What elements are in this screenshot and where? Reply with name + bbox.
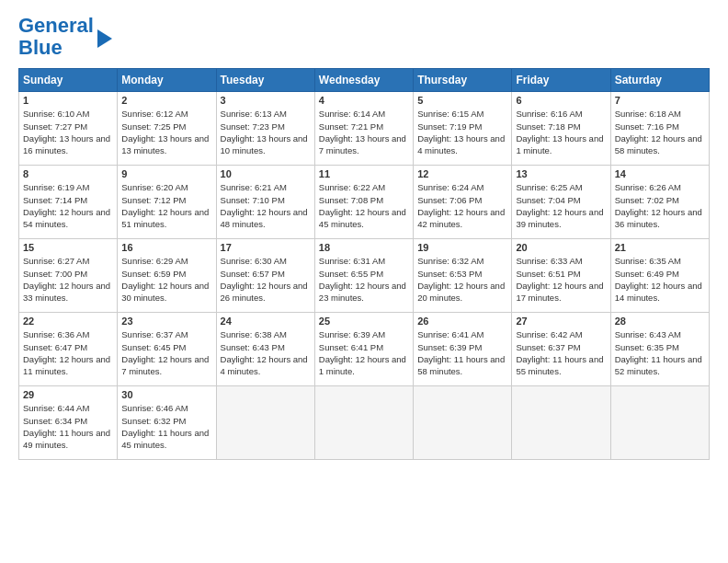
day-info: Sunrise: 6:25 AM Sunset: 7:04 PM Dayligh… [516,181,606,230]
sunrise-label: Sunrise: 6:30 AM [221,256,287,266]
calendar-cell: 4 Sunrise: 6:14 AM Sunset: 7:21 PM Dayli… [314,92,413,166]
calendar-cell: 15 Sunrise: 6:27 AM Sunset: 7:00 PM Dayl… [19,239,118,313]
daylight-label: Daylight: 12 hours and 36 minutes. [615,207,702,229]
day-info: Sunrise: 6:14 AM Sunset: 7:21 PM Dayligh… [319,108,409,156]
daylight-label: Daylight: 11 hours and 52 minutes. [615,354,702,376]
sunset-label: Sunset: 7:10 PM [221,195,285,205]
daylight-label: Daylight: 13 hours and 7 minutes. [319,133,406,155]
calendar-cell: 7 Sunrise: 6:18 AM Sunset: 7:16 PM Dayli… [610,92,709,166]
daylight-label: Daylight: 13 hours and 4 minutes. [417,133,505,155]
day-info: Sunrise: 6:43 AM Sunset: 6:35 PM Dayligh… [615,328,705,377]
daylight-label: Daylight: 12 hours and 51 minutes. [121,207,209,229]
sunrise-label: Sunrise: 6:10 AM [23,109,89,119]
sunrise-label: Sunrise: 6:20 AM [121,182,188,192]
sunrise-label: Sunrise: 6:38 AM [221,329,287,339]
day-info: Sunrise: 6:33 AM Sunset: 6:51 PM Dayligh… [516,255,606,304]
day-info: Sunrise: 6:32 AM Sunset: 6:53 PM Dayligh… [417,255,507,304]
sunset-label: Sunset: 7:02 PM [615,195,679,205]
day-number: 1 [23,95,113,106]
day-info: Sunrise: 6:19 AM Sunset: 7:14 PM Dayligh… [23,181,113,230]
sunset-label: Sunset: 7:25 PM [121,121,186,132]
calendar-cell: 20 Sunrise: 6:33 AM Sunset: 6:51 PM Dayl… [512,239,610,313]
calendar-cell: 19 Sunrise: 6:32 AM Sunset: 6:53 PM Dayl… [414,239,512,313]
calendar-cell [610,386,709,460]
calendar-table: SundayMondayTuesdayWednesdayThursdayFrid… [18,68,710,460]
calendar-cell: 28 Sunrise: 6:43 AM Sunset: 6:35 PM Dayl… [610,313,709,386]
day-info: Sunrise: 6:22 AM Sunset: 7:08 PM Dayligh… [319,181,409,230]
calendar-header-sunday: Sunday [19,69,118,92]
daylight-label: Daylight: 12 hours and 7 minutes. [121,354,209,376]
day-info: Sunrise: 6:44 AM Sunset: 6:34 PM Dayligh… [23,402,113,451]
day-number: 16 [121,242,211,253]
sunrise-label: Sunrise: 6:25 AM [516,182,582,192]
daylight-label: Daylight: 11 hours and 45 minutes. [121,428,209,450]
daylight-label: Daylight: 12 hours and 48 minutes. [221,207,308,229]
day-number: 2 [121,95,211,106]
sunset-label: Sunset: 6:47 PM [23,342,87,352]
daylight-label: Daylight: 13 hours and 10 minutes. [221,133,308,155]
day-number: 24 [221,316,311,327]
day-number: 17 [221,242,311,253]
sunrise-label: Sunrise: 6:29 AM [121,256,188,266]
logo-arrow-icon [97,29,112,48]
calendar-cell: 13 Sunrise: 6:25 AM Sunset: 7:04 PM Dayl… [512,166,610,239]
sunset-label: Sunset: 6:34 PM [23,416,87,426]
sunset-label: Sunset: 7:18 PM [516,121,580,132]
day-number: 13 [516,168,606,179]
day-number: 30 [121,389,211,400]
sunrise-label: Sunrise: 6:13 AM [221,109,287,119]
calendar-cell: 2 Sunrise: 6:12 AM Sunset: 7:25 PM Dayli… [118,92,216,166]
sunrise-label: Sunrise: 6:32 AM [417,256,483,266]
calendar-header-monday: Monday [118,69,216,92]
calendar-cell [512,386,610,460]
sunset-label: Sunset: 6:45 PM [121,342,186,352]
sunset-label: Sunset: 7:16 PM [615,121,679,132]
daylight-label: Daylight: 12 hours and 20 minutes. [417,281,505,303]
day-number: 5 [417,95,507,106]
calendar-week-row: 8 Sunrise: 6:19 AM Sunset: 7:14 PM Dayli… [19,166,710,239]
day-number: 27 [516,316,606,327]
calendar-header-thursday: Thursday [414,69,512,92]
sunrise-label: Sunrise: 6:14 AM [319,109,385,119]
day-info: Sunrise: 6:26 AM Sunset: 7:02 PM Dayligh… [615,181,705,230]
sunset-label: Sunset: 6:55 PM [319,269,383,279]
calendar-cell: 21 Sunrise: 6:35 AM Sunset: 6:49 PM Dayl… [610,239,709,313]
day-info: Sunrise: 6:16 AM Sunset: 7:18 PM Dayligh… [516,108,606,156]
daylight-label: Daylight: 12 hours and 33 minutes. [23,281,110,303]
day-number: 23 [121,316,211,327]
day-info: Sunrise: 6:39 AM Sunset: 6:41 PM Dayligh… [319,328,409,377]
header: General Blue [18,15,710,59]
daylight-label: Daylight: 12 hours and 26 minutes. [221,281,308,303]
day-number: 7 [615,95,705,106]
day-info: Sunrise: 6:37 AM Sunset: 6:45 PM Dayligh… [121,328,211,377]
daylight-label: Daylight: 13 hours and 13 minutes. [121,133,209,155]
calendar-cell: 18 Sunrise: 6:31 AM Sunset: 6:55 PM Dayl… [314,239,413,313]
sunrise-label: Sunrise: 6:42 AM [516,329,582,339]
day-number: 3 [221,95,311,106]
calendar-cell: 30 Sunrise: 6:46 AM Sunset: 6:32 PM Dayl… [118,386,216,460]
day-number: 18 [319,242,409,253]
calendar-cell: 27 Sunrise: 6:42 AM Sunset: 6:37 PM Dayl… [512,313,610,386]
sunrise-label: Sunrise: 6:15 AM [417,109,483,119]
calendar-cell: 16 Sunrise: 6:29 AM Sunset: 6:59 PM Dayl… [118,239,216,313]
day-number: 14 [615,168,705,179]
sunset-label: Sunset: 6:39 PM [417,342,482,352]
calendar-cell: 12 Sunrise: 6:24 AM Sunset: 7:06 PM Dayl… [414,166,512,239]
calendar-cell: 29 Sunrise: 6:44 AM Sunset: 6:34 PM Dayl… [19,386,118,460]
sunset-label: Sunset: 7:21 PM [319,121,383,132]
sunrise-label: Sunrise: 6:31 AM [319,256,385,266]
daylight-label: Daylight: 11 hours and 58 minutes. [417,354,505,376]
sunset-label: Sunset: 7:12 PM [121,195,186,205]
sunset-label: Sunset: 6:41 PM [319,342,383,352]
sunrise-label: Sunrise: 6:39 AM [319,329,385,339]
sunrise-label: Sunrise: 6:33 AM [516,256,582,266]
day-info: Sunrise: 6:38 AM Sunset: 6:43 PM Dayligh… [221,328,311,377]
calendar-week-row: 29 Sunrise: 6:44 AM Sunset: 6:34 PM Dayl… [19,386,710,460]
day-info: Sunrise: 6:41 AM Sunset: 6:39 PM Dayligh… [417,328,507,377]
daylight-label: Daylight: 12 hours and 4 minutes. [221,354,308,376]
sunrise-label: Sunrise: 6:24 AM [417,182,483,192]
day-number: 9 [121,168,211,179]
calendar-week-row: 22 Sunrise: 6:36 AM Sunset: 6:47 PM Dayl… [19,313,710,386]
day-number: 19 [417,242,507,253]
daylight-label: Daylight: 12 hours and 14 minutes. [615,281,702,303]
